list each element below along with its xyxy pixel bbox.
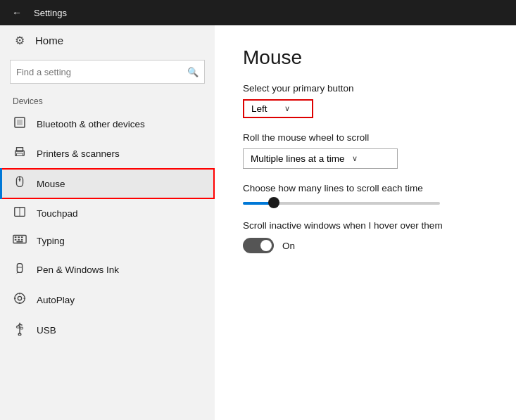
svg-point-31 xyxy=(18,333,21,336)
svg-rect-16 xyxy=(21,239,23,241)
page-title: Mouse xyxy=(243,46,488,69)
scroll-inactive-toggle[interactable] xyxy=(243,238,274,253)
usb-icon xyxy=(13,322,27,338)
titlebar: ← Settings xyxy=(0,0,516,25)
sidebar-label-touchpad: Touchpad xyxy=(37,208,78,219)
search-icon[interactable]: 🔍 xyxy=(187,67,199,77)
svg-rect-13 xyxy=(21,236,23,238)
primary-button-value: Left xyxy=(251,103,268,114)
svg-rect-1 xyxy=(17,120,23,125)
keyboard-icon xyxy=(13,234,27,247)
svg-rect-12 xyxy=(18,236,20,238)
devices-section-label: Devices xyxy=(0,91,215,109)
primary-button-label: Select your primary button xyxy=(243,83,488,94)
sidebar-item-typing[interactable]: Typing xyxy=(0,227,215,254)
sidebar-item-bluetooth[interactable]: Bluetooth & other devices xyxy=(0,109,215,139)
sidebar-item-mouse[interactable]: Mouse xyxy=(0,168,215,199)
sidebar-item-autoplay[interactable]: AutoPlay xyxy=(0,285,215,314)
scroll-value: Multiple lines at a time xyxy=(251,153,345,164)
svg-rect-4 xyxy=(17,153,23,156)
sidebar-item-pen[interactable]: Pen & Windows Ink xyxy=(0,254,215,285)
titlebar-title: Settings xyxy=(34,8,67,18)
toggle-knob xyxy=(260,240,272,251)
search-box[interactable]: 🔍 xyxy=(10,60,205,84)
sidebar-item-printers[interactable]: Printers & scanners xyxy=(0,139,215,168)
svg-rect-11 xyxy=(15,236,17,238)
pen-icon xyxy=(13,261,27,278)
inactive-scroll-label: Scroll inactive windows when I hover ove… xyxy=(243,220,488,231)
primary-button-chevron: ∨ xyxy=(284,104,290,113)
svg-rect-18 xyxy=(17,264,22,273)
printer-icon xyxy=(13,146,27,161)
svg-rect-14 xyxy=(15,239,17,241)
lines-slider-section: Choose how many lines to scroll each tim… xyxy=(243,183,488,205)
svg-point-21 xyxy=(18,296,21,300)
svg-point-7 xyxy=(19,179,21,181)
sidebar-label-typing: Typing xyxy=(37,236,65,246)
content-area: Mouse Select your primary button Left ∨ … xyxy=(215,25,516,420)
primary-button-dropdown[interactable]: Left ∨ xyxy=(243,99,313,118)
sidebar-label-mouse: Mouse xyxy=(37,179,65,189)
home-icon: ⚙ xyxy=(13,34,27,47)
toggle-row: On xyxy=(243,238,488,253)
main-layout: ⚙ Home 🔍 Devices Bluetooth & other devic… xyxy=(0,25,516,420)
svg-rect-30 xyxy=(20,327,23,329)
sidebar-label-bluetooth: Bluetooth & other devices xyxy=(37,119,145,129)
svg-rect-17 xyxy=(16,241,23,243)
mouse-icon xyxy=(13,175,27,192)
sidebar-item-touchpad[interactable]: Touchpad xyxy=(0,199,215,227)
slider-track xyxy=(243,202,440,205)
sidebar: ⚙ Home 🔍 Devices Bluetooth & other devic… xyxy=(0,25,215,420)
svg-point-20 xyxy=(15,293,25,303)
back-button[interactable]: ← xyxy=(7,3,27,23)
bluetooth-icon xyxy=(13,116,27,132)
toggle-section: Scroll inactive windows when I hover ove… xyxy=(243,220,488,253)
touchpad-icon xyxy=(13,206,27,220)
svg-rect-15 xyxy=(18,239,20,241)
autoplay-icon xyxy=(13,292,27,307)
sidebar-label-pen: Pen & Windows Ink xyxy=(37,265,119,275)
search-input[interactable] xyxy=(16,67,183,77)
scroll-chevron: ∨ xyxy=(352,154,358,163)
toggle-state-label: On xyxy=(282,241,295,251)
slider-thumb[interactable] xyxy=(268,197,279,208)
sidebar-label-usb: USB xyxy=(37,325,56,336)
sidebar-item-usb[interactable]: USB xyxy=(0,314,215,345)
sidebar-label-autoplay: AutoPlay xyxy=(37,295,75,305)
sidebar-home-label: Home xyxy=(35,34,63,46)
scroll-dropdown[interactable]: Multiple lines at a time ∨ xyxy=(243,148,398,169)
lines-label: Choose how many lines to scroll each tim… xyxy=(243,183,488,193)
sidebar-label-printers: Printers & scanners xyxy=(37,148,120,159)
sidebar-item-home[interactable]: ⚙ Home xyxy=(0,25,215,56)
scroll-label: Roll the mouse wheel to scroll xyxy=(243,132,488,143)
